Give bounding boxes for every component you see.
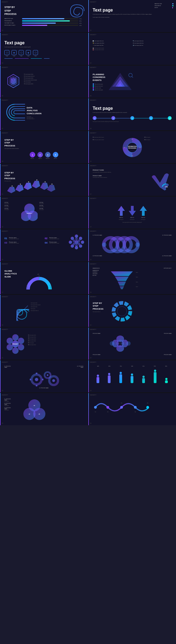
slide-brand-19: ANIMIFY	[2, 296, 8, 298]
svg-text:03: 03	[139, 147, 141, 148]
slide-brand-4: ANIMIFY	[90, 34, 97, 36]
svg-point-117	[94, 406, 97, 409]
slide-num-14: 14	[90, 226, 92, 228]
slide-brand-23: ANIMIFY	[2, 361, 8, 363]
slide-8: ANIMIFY Text page Lorem ipsum dolor sit …	[88, 98, 176, 130]
svg-text:INFORMATION: INFORMATION	[128, 146, 136, 147]
svg-point-119	[120, 406, 123, 409]
slide-num-19: 19	[2, 324, 3, 326]
svg-text:A2: A2	[29, 413, 30, 415]
svg-point-86	[12, 347, 18, 354]
slide-num-20: 20	[90, 324, 92, 326]
svg-point-56	[102, 242, 106, 247]
svg-point-121	[146, 406, 149, 409]
funnel-graphic	[109, 270, 134, 289]
slide-brand-22: ANIMIFY	[90, 329, 97, 330]
svg-rect-102	[36, 385, 37, 386]
svg-text:PROJECT: PROJECT	[27, 213, 32, 214]
svg-text:μ4: μ4	[112, 311, 113, 312]
svg-point-51	[75, 240, 78, 244]
svg-text:μ1: μ1	[121, 301, 122, 302]
svg-marker-66	[118, 282, 126, 286]
slide-9: ANIMIFY STEP BYSTEPPROCESS Lorem ipsum d…	[0, 131, 88, 163]
svg-marker-34	[118, 206, 125, 216]
svg-point-71	[114, 303, 130, 320]
slide-brand-3: ANIMIFY	[2, 34, 8, 36]
svg-point-110	[52, 379, 55, 382]
four-circles-graphic	[93, 236, 148, 254]
pin-3	[119, 372, 122, 383]
slide-2: ANIMIFY Text page Lorem ipsum dolor sit …	[88, 0, 176, 32]
svg-line-69	[24, 306, 28, 310]
pin-2	[108, 373, 111, 383]
slide-7-title: DATAANALYSISCONCLUSION	[27, 107, 83, 115]
slide-brand-2: ANIMIFY	[90, 1, 97, 3]
bubble-flower-graphic	[67, 233, 86, 250]
slide-num-5: 05	[2, 95, 3, 97]
slide-brand-13: ANIMIFY	[2, 198, 8, 199]
svg-point-85	[18, 344, 24, 350]
svg-text:A3: A3	[38, 413, 40, 415]
slide-19: ANIMIFY lorem ipsum	[0, 295, 88, 327]
slide-num-25: 25	[2, 422, 3, 424]
svg-point-96	[110, 341, 114, 346]
svg-point-84	[18, 338, 24, 344]
svg-point-26	[36, 179, 37, 181]
svg-point-23	[12, 185, 13, 187]
slide-9-title: STEP BYSTEPPROCESS	[4, 139, 83, 147]
svg-text:S1: S1	[95, 411, 97, 413]
slide-23: ANIMIFY 01. PROCESSNAME 02. PROCESSNAME	[0, 360, 88, 392]
pentagon-arc-graphic	[2, 174, 57, 194]
slide-14: ANIMIFY STEP 01 lorem ipsum	[88, 197, 176, 229]
slide-8-title: Text page	[93, 106, 172, 111]
svg-marker-65	[115, 277, 129, 281]
svg-point-37	[75, 234, 78, 238]
svg-point-27	[45, 181, 46, 182]
slide-num-22: 22	[90, 357, 92, 359]
marketing-table-1: MARKETING PLAN75% PRESENTATION85% THE ST…	[4, 18, 85, 26]
slide-8-text: Lorem ipsum dolor sit amet consectetur a…	[93, 112, 172, 113]
hand-chart-graphic: 72%	[148, 169, 172, 193]
slide-13: ANIMIFY STEP A1lorem ipsum STEP A2lorem …	[0, 197, 88, 229]
slide-num-24: 24	[90, 390, 92, 391]
spiral-graphic-7	[4, 104, 25, 123]
slide-num-4: 04	[90, 62, 92, 64]
slide-18: ANIMIFY AWARENESS OPPORTUNITY AWARENESS …	[88, 262, 176, 294]
svg-point-28	[51, 184, 53, 185]
slide-brand-11: ANIMIFY	[2, 165, 8, 167]
gears-svg	[26, 369, 62, 387]
svg-rect-104	[42, 379, 43, 380]
icon-box-1: ⬡	[4, 50, 9, 55]
slide-17: ANIMIFY GLOBEANALYTICSSLIDE	[0, 262, 88, 294]
svg-point-83	[12, 334, 18, 340]
svg-point-87	[7, 344, 13, 350]
slide-brand-6: ANIMIFY	[90, 67, 97, 68]
slide-24: ANIMIFY 42% 65% 72% 53% 21% 97% 01%	[88, 360, 176, 392]
svg-point-100	[35, 378, 38, 381]
slide-4: ANIMIFY 📊 Lorem ipsum item one 🔍 Lorem i…	[88, 33, 176, 65]
pin-5	[142, 376, 145, 383]
slide-brand-26: ANIMIFY	[90, 394, 97, 396]
flower-circles-graphic: PROJECT	[4, 333, 26, 355]
aperture-graphic	[4, 73, 22, 91]
svg-rect-103	[30, 379, 31, 380]
slide-brand-7: ANIMIFY	[2, 99, 8, 101]
icon-item-2: ◈ ITEM	[12, 50, 16, 57]
gears-graphic	[4, 369, 83, 387]
svg-point-107	[47, 374, 48, 376]
svg-text:S5: S5	[147, 402, 149, 404]
slide-brand-9: ANIMIFY	[2, 132, 8, 134]
svg-point-45	[75, 238, 78, 240]
pin-1	[97, 375, 99, 383]
slide-26: ANIMIFY S1 S	[88, 393, 176, 425]
slide-12-title: PRODUCT NAME	[93, 169, 147, 171]
slide-num-13: 13	[2, 226, 3, 228]
slide-brand-17: ANIMIFY	[2, 263, 8, 265]
slide-9-steps: 1 Step one 2 Step two 3 Step three 4 Ste…	[4, 152, 83, 159]
slide-25: ANIMIFY 01. PROCESSNAMElorem ipsum 02. P…	[0, 393, 88, 425]
slide-brand-25: ANIMIFY	[2, 394, 8, 396]
slide-num-3: 03	[2, 62, 3, 64]
slide-num-1: 01	[2, 29, 3, 31]
slide-3-body: Lorem ipsum dolor sit amet consectetur a…	[4, 46, 83, 48]
icon-item-4: ◈ ITEM	[26, 50, 31, 57]
